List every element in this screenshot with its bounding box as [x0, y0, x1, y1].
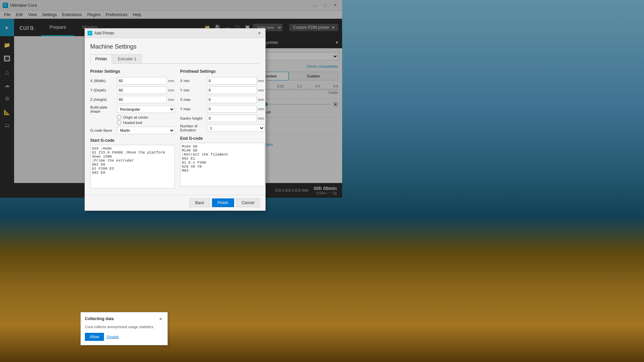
label-z-height: Z (Height) [90, 98, 117, 102]
label-y-depth: Y (Depth) [90, 88, 117, 92]
unit-y-max: mm [258, 107, 265, 111]
dialog-columns: Printer Settings X (Width) mm Y (Depth) … [90, 69, 260, 189]
start-gcode-section: Start G-code G28 ;Home G1 Z15.0 F6000 ;M… [90, 138, 175, 189]
finish-button[interactable]: Finish [212, 198, 234, 207]
notification-title: Collecting data [85, 316, 114, 321]
select-build-plate-shape[interactable]: Rectangular Elliptic [117, 106, 175, 113]
printer-settings-title: Printer Settings [90, 69, 175, 74]
label-gantry-height: Gantry height [180, 116, 207, 120]
origin-at-center-label: Origin at center [123, 115, 148, 119]
label-y-min: Y min [180, 88, 207, 92]
printer-settings-col: Printer Settings X (Width) mm Y (Depth) … [90, 69, 175, 189]
field-z-height: Z (Height) mm [90, 96, 175, 103]
label-x-min: X min [180, 79, 207, 83]
input-x-max[interactable] [207, 96, 257, 103]
tab-printer[interactable]: Printer [90, 54, 112, 64]
label-num-extruders: Number of Extruders [180, 124, 207, 132]
heated-bed-checkbox[interactable] [117, 121, 121, 125]
start-gcode-title: Start G-code [90, 138, 175, 143]
input-x-width[interactable] [117, 77, 167, 84]
field-x-width: X (Width) mm [90, 77, 175, 84]
start-gcode-textarea[interactable]: G28 ;Home G1 Z15.0 F6000 ;Move the platf… [90, 145, 175, 188]
end-gcode-title: End G-code [180, 136, 265, 141]
label-x-width: X (Width) [90, 79, 117, 83]
field-num-extruders: Number of Extruders 1 2 3 4 [180, 124, 265, 132]
end-gcode-textarea[interactable]: M104 S0 M140 S0 ;Retract the filament G9… [180, 143, 265, 186]
dialog-title: Add Printer [94, 31, 256, 36]
notification-text: Cura collects anonymized usage statistic… [85, 324, 163, 329]
allow-button[interactable]: Allow [85, 333, 104, 341]
field-gcode-flavor: G-code flavor Marlin RepRap UltiGCode [90, 127, 175, 134]
dialog-footer: Back Finish Cancel [85, 195, 265, 210]
heated-bed-label: Heated bed [123, 121, 142, 125]
tab-extruder-1[interactable]: Extruder 1 [113, 54, 141, 63]
back-button[interactable]: Back [190, 198, 210, 207]
dialog-close-btn[interactable]: ✕ [256, 30, 263, 36]
notification-close-btn[interactable]: ✕ [158, 316, 163, 322]
unit-y-depth: mm [168, 88, 175, 92]
heated-bed-row: Heated bed [117, 121, 175, 125]
label-x-max: X max [180, 98, 207, 102]
input-z-height[interactable] [117, 96, 167, 103]
cancel-button[interactable]: Cancel [236, 198, 260, 207]
dialog-overlay: C Add Printer ✕ Machine Settings Printer… [0, 0, 644, 362]
disable-link[interactable]: Disable [107, 335, 119, 339]
printhead-settings-col: Printhead Settings X min mm Y min mm X m… [180, 69, 265, 189]
unit-y-min: mm [258, 88, 265, 92]
notification-buttons: Allow Disable [85, 333, 163, 341]
printhead-settings-title: Printhead Settings [180, 69, 265, 74]
field-y-max: Y max mm [180, 105, 265, 113]
input-y-min[interactable] [207, 86, 257, 94]
field-gantry-height: Gantry height mm [180, 115, 265, 122]
unit-x-max: mm [258, 98, 265, 102]
field-y-depth: Y (Depth) mm [90, 86, 175, 94]
field-x-max: X max mm [180, 96, 265, 103]
end-gcode-section: End G-code M104 S0 M140 S0 ;Retract the … [180, 136, 265, 187]
dialog-icon: C [88, 31, 92, 36]
dialog-title-bar: C Add Printer ✕ [85, 28, 265, 38]
label-build-plate-shape: Build plate shape [90, 105, 117, 113]
input-y-max[interactable] [207, 105, 257, 113]
dialog-tabs: Printer Extruder 1 [90, 54, 260, 64]
input-y-depth[interactable] [117, 86, 167, 94]
select-gcode-flavor[interactable]: Marlin RepRap UltiGCode [117, 127, 175, 134]
unit-gantry-height: mm [258, 116, 265, 120]
unit-z-height: mm [168, 98, 175, 102]
input-x-min[interactable] [207, 77, 257, 84]
select-num-extruders[interactable]: 1 2 3 4 [207, 124, 265, 132]
label-gcode-flavor: G-code flavor [90, 128, 117, 132]
dialog-heading: Machine Settings [90, 43, 260, 50]
field-build-plate-shape: Build plate shape Rectangular Elliptic [90, 105, 175, 113]
label-y-max: Y max [180, 107, 207, 111]
notification-panel: Collecting data ✕ Cura collects anonymiz… [80, 312, 168, 345]
field-x-min: X min mm [180, 77, 265, 84]
dialog-body: Machine Settings Printer Extruder 1 Prin… [85, 38, 265, 195]
origin-at-center-row: Origin at center [117, 115, 175, 119]
origin-at-center-checkbox[interactable] [117, 115, 121, 119]
unit-x-min: mm [258, 79, 265, 83]
add-printer-dialog: C Add Printer ✕ Machine Settings Printer… [85, 28, 266, 211]
unit-x-width: mm [168, 79, 175, 83]
field-y-min: Y min mm [180, 86, 265, 94]
notification-header: Collecting data ✕ [85, 316, 163, 322]
input-gantry-height[interactable] [207, 115, 257, 122]
